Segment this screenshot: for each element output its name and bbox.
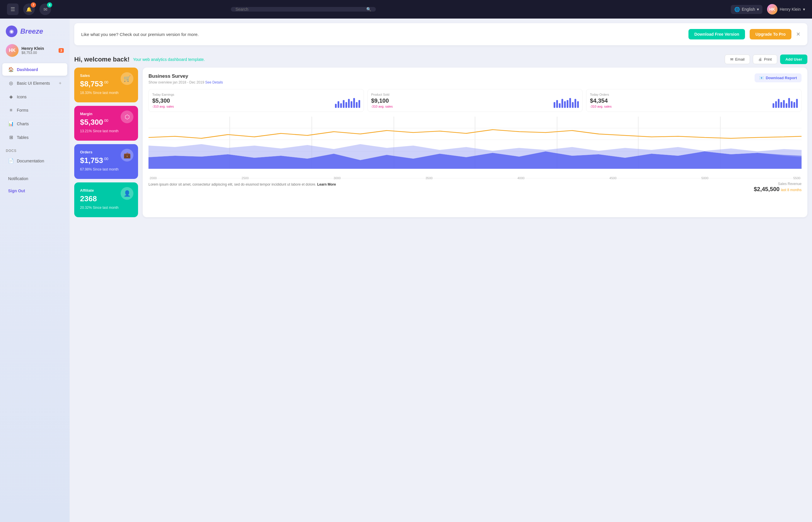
add-user-button[interactable]: Add User: [780, 55, 807, 64]
stat-change-margin: 13.21% Since last month: [80, 129, 132, 133]
sidebar-user-badge: 3: [59, 48, 64, 53]
sidebar-item-icons[interactable]: ◈ Icons: [2, 91, 67, 103]
product-mini-chart: [554, 97, 579, 108]
survey-title: Business Survey: [148, 73, 223, 79]
logo-icon: ◉: [6, 25, 17, 37]
stat-change-affiliate: 20.32% Since last month: [80, 206, 132, 210]
notification-button[interactable]: 🔔 7: [23, 3, 35, 15]
home-icon: 🏠: [8, 67, 14, 72]
survey-header-left: Business Survey Show overview jan 2018 -…: [148, 73, 223, 84]
user-chevron-icon: ▾: [803, 7, 805, 12]
sidebar-item-charts[interactable]: 📊 Charts: [2, 117, 67, 130]
language-label: English: [742, 7, 755, 12]
sidebar-item-label: Charts: [17, 121, 29, 126]
mini-stat-orders-label: Today Orders: [590, 93, 798, 96]
x-label: 2500: [242, 176, 248, 180]
chart-x-axis: 2000 2500 3000 3500 4000 4500 5000 5500: [148, 176, 801, 180]
top-nav-right: 🌐 English ▾ HK Henry Klein ▾: [731, 4, 805, 15]
top-nav-left: ☰ 🔔 7 ✉ 8: [7, 3, 51, 15]
sidebar-item-documentation[interactable]: 📄 Documentation: [2, 155, 67, 167]
sidebar: ◉ Breeze HK Henry Klein $8,753.00 3 🏠 Da…: [0, 19, 69, 522]
add-icon: +: [59, 81, 61, 86]
sales-revenue-sub: last 8 months: [781, 188, 801, 192]
user-avatar-top: HK: [767, 4, 777, 15]
chart-footer: Lorem ipsum dolor sit amet, consectetur …: [148, 178, 801, 193]
close-promo-button[interactable]: ✕: [796, 31, 800, 37]
sidebar-item-basic-ui[interactable]: ◎ Basic UI Elements +: [2, 77, 67, 89]
upgrade-pro-button[interactable]: Upgrade To Pro: [750, 29, 791, 39]
user-details: Henry Klein $8,753.00: [21, 46, 56, 55]
logo-text: Breeze: [20, 27, 43, 35]
user-info-top[interactable]: HK Henry Klein ▾: [767, 4, 805, 15]
x-label: 4000: [517, 176, 524, 180]
sidebar-item-signout[interactable]: Sign Out: [2, 185, 67, 197]
mini-stat-today-orders: Today Orders $4,354 -310 avg. sales: [586, 89, 801, 112]
welcome-section: Hi, welcome back! Your web analytics das…: [69, 50, 812, 67]
stat-change-orders: 67.98% Since last month: [80, 167, 132, 172]
see-details-link[interactable]: See Details: [205, 80, 223, 84]
user-name-top: Henry Klein: [780, 7, 801, 12]
learn-more-link[interactable]: Learn More: [317, 182, 336, 186]
main-layout: ◉ Breeze HK Henry Klein $8,753.00 3 🏠 Da…: [0, 19, 812, 522]
mini-stat-product-change: -310 avg. sales: [371, 105, 393, 108]
earnings-mini-chart: [335, 97, 360, 108]
sidebar-item-notification[interactable]: Notification: [2, 173, 67, 184]
mini-stat-earnings: Today Earnings $5,300 -310 avg. sales: [148, 89, 364, 112]
sidebar-item-label: Forms: [17, 108, 28, 113]
sales-revenue-value: $2,45,500: [754, 186, 779, 192]
download-free-button[interactable]: Download Free Version: [688, 29, 745, 39]
welcome-title: Hi, welcome back!: [74, 56, 130, 63]
print-button[interactable]: 🖨 Print: [753, 55, 777, 64]
icons-icon: ◈: [8, 94, 14, 99]
sidebar-logo: ◉ Breeze: [0, 23, 69, 42]
charts-icon: 📊: [8, 121, 14, 126]
sidebar-item-forms[interactable]: ≡ Forms: [2, 104, 67, 116]
x-label: 3500: [425, 176, 432, 180]
promo-banner: Like what you see? Check out our premium…: [74, 23, 807, 45]
sales-cart-icon: 🛒: [121, 72, 134, 85]
globe-icon: 🌐: [734, 7, 740, 12]
welcome-left: Hi, welcome back! Your web analytics das…: [74, 56, 205, 63]
x-label: 3000: [333, 176, 341, 180]
dashboard-row: Sales $8,753.00 18.33% Since last month …: [69, 67, 812, 222]
sidebar-item-label: Basic UI Elements: [17, 81, 50, 85]
sidebar-item-label: Sign Out: [8, 188, 25, 193]
x-label: 4500: [609, 176, 616, 180]
affiliate-user-icon: 👤: [121, 187, 134, 200]
stat-card-margin: Margin $5,300.00 13.21% Since last month…: [74, 106, 138, 141]
mail-button[interactable]: ✉ 8: [39, 3, 51, 15]
avatar: HK: [6, 44, 19, 57]
mini-stat-product-value: $9,100: [371, 97, 393, 104]
stat-cards: Sales $8,753.00 18.33% Since last month …: [74, 67, 138, 217]
mini-stat-orders-change: -310 avg. sales: [590, 105, 612, 108]
sidebar-user-amount: $8,753.00: [21, 51, 56, 55]
docs-section-label: Docs: [0, 144, 69, 154]
sidebar-item-tables[interactable]: ⊞ Tables: [2, 131, 67, 144]
business-survey-card: Business Survey Show overview jan 2018 -…: [143, 67, 807, 217]
language-selector[interactable]: 🌐 English ▾: [731, 5, 763, 14]
chevron-down-icon: ▾: [757, 7, 759, 12]
search-bar: 🔍: [231, 7, 376, 12]
mini-stat-product-sold: Product Sold $9,100 -310 avg. sales: [367, 89, 583, 112]
promo-text: Like what you see? Check out our premium…: [81, 32, 684, 37]
download-report-button[interactable]: 📧 Download Report: [755, 73, 801, 82]
basic-ui-icon: ◎: [8, 80, 14, 86]
chart-footer-text: Lorem ipsum dolor sit amet, consectetur …: [148, 182, 336, 187]
search-input[interactable]: [236, 7, 364, 12]
sidebar-item-label: Icons: [17, 95, 26, 99]
x-label: 5500: [793, 176, 800, 180]
mini-stat-earnings-change: -310 avg. sales: [152, 105, 174, 108]
mini-stat-product-label: Product Sold: [371, 93, 579, 96]
main-content: Like what you see? Check out our premium…: [69, 19, 812, 522]
sidebar-item-label: Notification: [8, 176, 28, 181]
email-button[interactable]: ✉ Email: [725, 55, 750, 64]
welcome-subtitle: Your web analytics dashboard template.: [133, 57, 205, 62]
stat-change-sales: 18.33% Since last month: [80, 91, 132, 95]
sidebar-item-label: Documentation: [17, 159, 44, 163]
sales-revenue-value-row: $2,45,500 last 8 months: [754, 186, 801, 193]
orders-mini-chart: [773, 97, 798, 108]
mini-stats: Today Earnings $5,300 -310 avg. sales: [148, 89, 801, 112]
margin-hex-icon: ⬡: [121, 111, 134, 123]
sidebar-item-dashboard[interactable]: 🏠 Dashboard: [2, 63, 67, 76]
hamburger-button[interactable]: ☰: [7, 3, 19, 15]
